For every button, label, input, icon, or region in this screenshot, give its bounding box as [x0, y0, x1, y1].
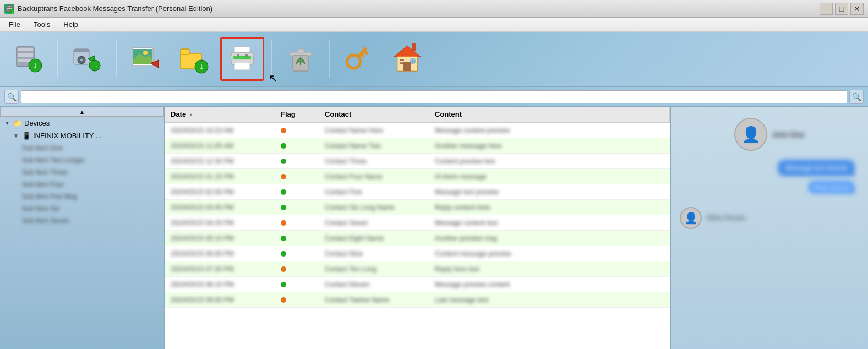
cell-date: 2024/03/15 05:10 PM — [165, 231, 275, 246]
col-date[interactable]: Date ▲ — [165, 107, 275, 122]
cell-date: 2024/03/15 02:00 PM — [165, 184, 275, 199]
title-bar-left: ↓ Backuptrans Facebook Messages Transfer… — [4, 4, 212, 14]
toolbar-sep-1 — [57, 40, 58, 78]
cell-content: Message content text — [429, 215, 670, 230]
svg-text:↓: ↓ — [199, 62, 204, 71]
photo-button[interactable] — [123, 37, 167, 81]
svg-point-48 — [402, 59, 404, 61]
table-row[interactable]: 2024/03/15 09:00 PM Contact Twelve Name … — [165, 292, 670, 308]
svg-text:→: → — [91, 61, 99, 70]
list-item[interactable]: Sub Item One — [0, 142, 164, 154]
cell-flag — [275, 154, 319, 168]
table-row[interactable]: 2024/03/15 07:30 PM Contact Ten Long Rep… — [165, 261, 670, 277]
app-icon: ↓ — [4, 4, 14, 14]
list-item[interactable]: Sub Item Seven — [0, 215, 164, 227]
cell-contact: Contact Three — [319, 154, 429, 168]
table-row[interactable]: 2024/03/15 11:05 AM Contact Name Two Ano… — [165, 138, 670, 154]
devices-tree-item[interactable]: ▼ 📁 Devices — [0, 117, 164, 129]
table-body: 2024/03/15 10:23 AM Contact Name Here Me… — [165, 123, 670, 349]
folder-button[interactable]: ↓ — [172, 37, 216, 81]
cell-content: Hi there message — [429, 169, 670, 184]
table-row[interactable]: 2024/03/15 04:20 PM Contact Seven Messag… — [165, 215, 670, 231]
close-button[interactable]: ✕ — [850, 3, 864, 15]
svg-rect-32 — [237, 54, 239, 57]
table-row[interactable]: 2024/03/15 08:15 PM Contact Eleven Messa… — [165, 277, 670, 292]
cell-content: Reply here text — [429, 261, 670, 276]
backup-icon: ↓ — [13, 43, 44, 74]
search-input[interactable] — [21, 90, 847, 103]
cell-flag — [275, 138, 319, 153]
title-bar-controls: ─ □ ✕ — [820, 3, 864, 15]
table-header: Date ▲ Flag Contact Content — [165, 107, 670, 123]
house-icon — [392, 43, 423, 74]
menu-file[interactable]: File — [3, 19, 26, 30]
media-button[interactable]: → — [65, 37, 109, 81]
sender-name: Other Person — [706, 214, 745, 222]
list-item[interactable]: Sub Item Four — [0, 178, 164, 190]
list-item[interactable]: Sub Item Two Longer — [0, 154, 164, 166]
device-name: INFINIX MOBILITY ... — [33, 132, 102, 140]
table-row[interactable]: 2024/03/15 06:00 PM Contact Nine Content… — [165, 246, 670, 261]
cell-contact: Contact Eight Name — [319, 231, 429, 246]
svg-rect-51 — [412, 43, 416, 51]
preview-contact-name: John Doe — [772, 130, 804, 139]
menu-tools[interactable]: Tools — [28, 19, 56, 30]
list-item[interactable]: Sub Item Six — [0, 203, 164, 215]
recycle-button[interactable] — [279, 37, 323, 81]
cell-content: Content message preview — [429, 246, 670, 261]
table-row[interactable]: 2024/03/15 12:30 PM Contact Three Conten… — [165, 154, 670, 169]
toolbar: ↓ → — [0, 32, 868, 87]
svg-rect-43 — [403, 62, 411, 71]
backup-button[interactable]: ↓ — [7, 37, 51, 81]
table-row[interactable]: 2024/03/15 03:45 PM Contact Six Long Nam… — [165, 200, 670, 215]
device-item[interactable]: ▼ 📱 INFINIX MOBILITY ... — [0, 129, 164, 142]
house-button[interactable] — [385, 37, 429, 81]
cell-content: Message content preview — [429, 123, 670, 138]
message-bubble-1: Message text blurred — [778, 160, 855, 176]
menu-help[interactable]: Help — [58, 19, 84, 30]
table-row[interactable]: 2024/03/15 02:00 PM Contact Five Message… — [165, 184, 670, 200]
maximize-button[interactable]: □ — [835, 3, 848, 15]
recycle-icon — [285, 43, 316, 74]
cell-date: 2024/03/15 10:23 AM — [165, 123, 275, 138]
svg-rect-30 — [233, 56, 251, 59]
key-button[interactable] — [337, 37, 381, 81]
cell-flag — [275, 184, 319, 199]
cell-flag — [275, 215, 319, 230]
cell-contact: Contact Eleven — [319, 277, 429, 292]
cell-date: 2024/03/15 07:30 PM — [165, 261, 275, 276]
cell-contact: Contact Name Here — [319, 123, 429, 138]
cell-flag — [275, 169, 319, 184]
device-icon: 📱 — [22, 132, 31, 140]
cell-content: Another message here — [429, 138, 670, 153]
search-left-button[interactable]: 🔍 — [4, 90, 19, 104]
sidebar: ▲ ▼ 📁 Devices ▼ 📱 INFINIX MOBILITY ... S… — [0, 107, 165, 349]
cell-contact: Contact Seven — [319, 215, 429, 230]
print-button[interactable] — [220, 37, 264, 81]
cell-flag — [275, 200, 319, 215]
table-row[interactable]: 2024/03/15 10:23 AM Contact Name Here Me… — [165, 123, 670, 138]
key-icon — [343, 43, 374, 74]
search-right-button[interactable]: 🔍 — [849, 90, 864, 104]
list-item[interactable]: Sub Item Five Msg — [0, 190, 164, 203]
search-bar: 🔍 🔍 — [0, 87, 868, 107]
message-bubble-2: Reply blurred — [808, 181, 855, 194]
list-item[interactable]: Sub Item Three — [0, 166, 164, 178]
sub-item-7: Sub Item Seven — [22, 217, 69, 225]
table-row[interactable]: 2024/03/15 01:15 PM Contact Four Name Hi… — [165, 169, 670, 184]
svg-point-49 — [400, 62, 402, 64]
sidebar-scroll-up[interactable]: ▲ — [0, 107, 164, 117]
col-contact[interactable]: Contact — [319, 107, 429, 122]
table-row[interactable]: 2024/03/15 05:10 PM Contact Eight Name A… — [165, 231, 670, 246]
col-flag[interactable]: Flag — [275, 107, 319, 122]
toolbar-sep-4 — [329, 40, 330, 78]
title-bar: ↓ Backuptrans Facebook Messages Transfer… — [0, 0, 868, 18]
cell-date: 2024/03/15 06:00 PM — [165, 246, 275, 261]
cell-date: 2024/03/15 09:00 PM — [165, 292, 275, 307]
minimize-button[interactable]: ─ — [820, 3, 833, 15]
preview-panel: 👤 John Doe Message text blurred Reply bl… — [670, 107, 868, 349]
col-content[interactable]: Content — [429, 107, 670, 122]
media-icon: → — [72, 43, 102, 74]
sub-item-4: Sub Item Four — [22, 181, 64, 188]
cell-flag — [275, 246, 319, 261]
